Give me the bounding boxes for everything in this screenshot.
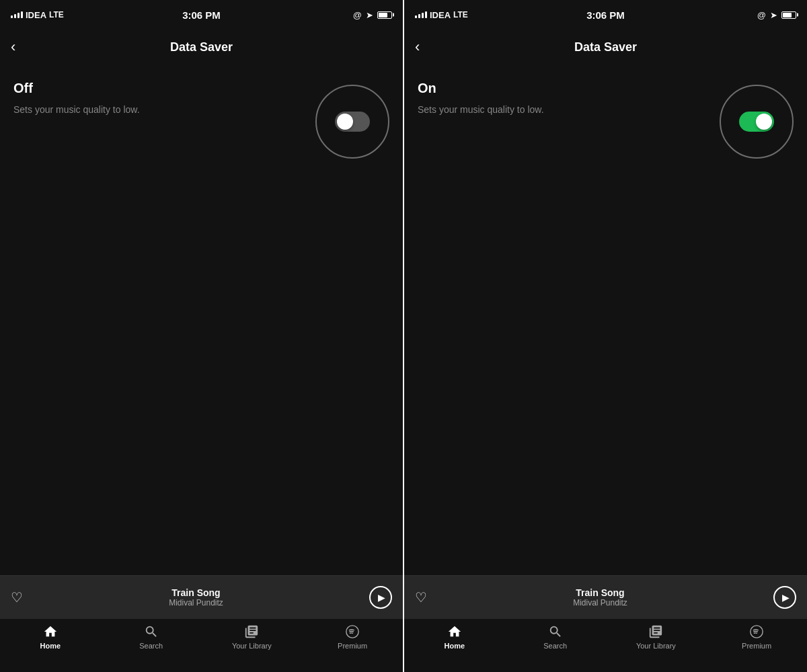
- nav-home-label-right: Home: [445, 642, 465, 650]
- back-button-right[interactable]: ‹: [415, 40, 420, 54]
- toggle-row-left: Off: [13, 81, 389, 96]
- now-playing-info-left: Train Song Midival Punditz: [31, 587, 361, 607]
- toggle-row-right: On: [418, 81, 794, 96]
- premium-icon-right: [749, 624, 764, 639]
- now-playing-title-left: Train Song: [31, 587, 361, 598]
- search-icon-left: [144, 624, 159, 639]
- right-screen: IDEA LTE 3:06 PM @ ➤ ‹ Data Saver On Set…: [404, 0, 807, 672]
- battery-fill-right: [783, 13, 792, 17]
- left-screen: IDEA LTE 3:06 PM @ ➤ ‹ Data Saver Off Se…: [0, 0, 403, 672]
- status-left-left: IDEA LTE: [11, 10, 64, 20]
- location-icon-left: ➤: [366, 10, 373, 20]
- nav-premium-label-right: Premium: [742, 642, 771, 650]
- bottom-nav-right: Home Search Your Library Premium: [404, 618, 807, 672]
- toggle-state-right: On: [418, 81, 436, 96]
- now-playing-artist-left: Midival Punditz: [31, 598, 361, 607]
- back-button-left[interactable]: ‹: [11, 40, 15, 54]
- play-button-left[interactable]: ▶: [369, 586, 392, 609]
- toggle-highlight-right: [720, 85, 794, 159]
- now-playing-artist-right: Midival Punditz: [435, 598, 765, 607]
- battery-right: [781, 11, 796, 19]
- now-playing-bar-right: ♡ Train Song Midival Punditz ▶: [404, 575, 807, 618]
- signal-bars-right: [415, 11, 427, 18]
- signal-bars-left: [11, 11, 23, 18]
- now-playing-info-right: Train Song Midival Punditz: [435, 587, 765, 607]
- nav-home-left[interactable]: Home: [0, 624, 101, 650]
- network-left: LTE: [49, 10, 64, 19]
- at-icon-left: @: [353, 10, 362, 20]
- toggle-knob-left: [337, 114, 353, 130]
- nav-premium-left[interactable]: Premium: [302, 624, 403, 650]
- status-bar-right: IDEA LTE 3:06 PM @ ➤: [404, 0, 807, 30]
- toggle-knob-right: [756, 114, 772, 130]
- nav-header-right: ‹ Data Saver: [404, 30, 807, 65]
- play-icon-right: ▶: [782, 592, 790, 603]
- nav-library-label-right: Your Library: [636, 642, 676, 650]
- premium-icon-left: [345, 624, 360, 639]
- bottom-nav-left: Home Search Your Library Premium: [0, 618, 403, 672]
- nav-search-label-right: Search: [543, 642, 567, 650]
- toggle-switch-right[interactable]: [739, 112, 774, 132]
- status-bar-left: IDEA LTE 3:06 PM @ ➤: [0, 0, 403, 30]
- nav-premium-label-left: Premium: [338, 642, 367, 650]
- heart-button-right[interactable]: ♡: [415, 589, 427, 605]
- nav-header-left: ‹ Data Saver: [0, 30, 403, 65]
- page-title-left: Data Saver: [170, 40, 233, 54]
- location-icon-right: ➤: [770, 10, 777, 20]
- search-icon-right: [548, 624, 563, 639]
- nav-search-left[interactable]: Search: [101, 624, 202, 650]
- library-icon-right: [648, 624, 663, 639]
- now-playing-bar-left: ♡ Train Song Midival Punditz ▶: [0, 575, 403, 618]
- nav-library-right[interactable]: Your Library: [606, 624, 707, 650]
- nav-home-label-left: Home: [40, 642, 61, 650]
- status-right-right: @ ➤: [757, 10, 796, 20]
- nav-premium-right[interactable]: Premium: [706, 624, 807, 650]
- toggle-highlight-left: [315, 85, 389, 159]
- home-icon-left: [43, 624, 58, 639]
- nav-search-right[interactable]: Search: [505, 624, 606, 650]
- at-icon-right: @: [757, 10, 766, 20]
- toggle-state-left: Off: [13, 81, 33, 96]
- status-left-right: IDEA LTE: [415, 10, 468, 20]
- content-area-left: Off Sets your music quality to low.: [0, 65, 403, 575]
- heart-button-left[interactable]: ♡: [11, 589, 23, 605]
- nav-search-label-left: Search: [139, 642, 163, 650]
- carrier-left: IDEA: [26, 10, 46, 20]
- play-icon-left: ▶: [378, 592, 385, 603]
- home-icon-right: [447, 624, 462, 639]
- play-button-right[interactable]: ▶: [773, 586, 796, 609]
- nav-home-right[interactable]: Home: [404, 624, 505, 650]
- battery-fill-left: [379, 13, 387, 17]
- nav-library-label-left: Your Library: [232, 642, 272, 650]
- network-right: LTE: [453, 10, 468, 19]
- battery-left: [377, 11, 392, 19]
- page-title-right: Data Saver: [574, 40, 637, 54]
- time-left: 3:06 PM: [182, 9, 221, 21]
- now-playing-title-right: Train Song: [435, 587, 765, 598]
- time-right: 3:06 PM: [586, 9, 625, 21]
- nav-library-left[interactable]: Your Library: [202, 624, 303, 650]
- library-icon-left: [244, 624, 259, 639]
- content-area-right: On Sets your music quality to low.: [404, 65, 807, 575]
- status-right-left: @ ➤: [353, 10, 392, 20]
- carrier-right: IDEA: [430, 10, 451, 20]
- toggle-switch-left[interactable]: [335, 112, 370, 132]
